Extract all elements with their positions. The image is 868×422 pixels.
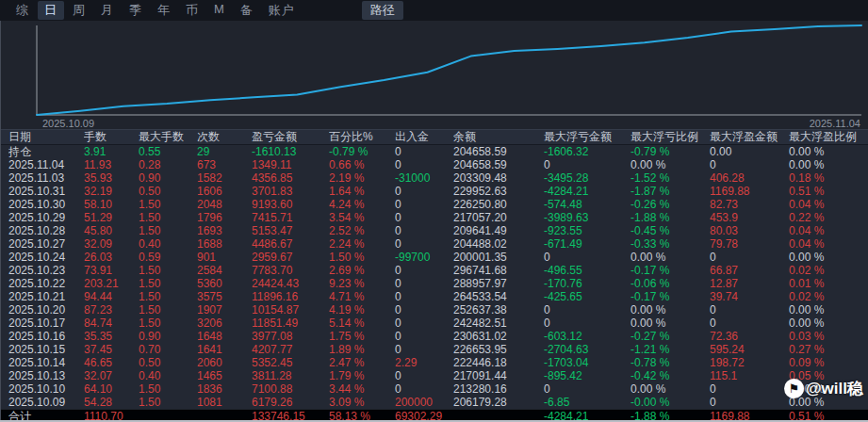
column-header-1[interactable]: 手数 xyxy=(84,130,139,144)
chart-start-date-label: 2025.10.09 xyxy=(42,118,94,129)
menu-item-2[interactable]: 周 xyxy=(66,1,92,20)
column-header-5[interactable]: 百分比% xyxy=(329,130,395,144)
menu-item-6[interactable]: 币 xyxy=(179,1,205,20)
column-header-11[interactable]: 最大浮盈比例 xyxy=(789,130,868,144)
table-row[interactable]: 2025.10.2845.801.5016935153.472.52 %0209… xyxy=(1,224,868,237)
menu-item-9[interactable]: 账户 xyxy=(262,1,302,20)
row18-cell-3: 1836 xyxy=(197,382,252,396)
row9-cell-3: 2584 xyxy=(197,264,252,277)
row6-cell-6: 0 xyxy=(395,224,453,237)
row19-cell-0: 2025.10.09 xyxy=(8,396,84,409)
row6-cell-1: 45.80 xyxy=(84,224,139,237)
row10-cell-8: -170.76 xyxy=(544,277,631,290)
row7-cell-4: 4486.67 xyxy=(252,237,329,251)
row18-cell-6: 0 xyxy=(395,382,453,396)
row1-cell-2: 0.28 xyxy=(139,158,197,171)
row12-cell-2: 1.50 xyxy=(139,303,197,316)
row13-cell-1: 84.74 xyxy=(84,316,139,330)
row9-cell-7: 296741.68 xyxy=(453,264,544,277)
row6-cell-3: 1693 xyxy=(197,224,252,237)
menu-item-8[interactable]: 备 xyxy=(234,1,260,20)
table-row[interactable]: 2025.10.1635.350.9016483977.081.75 %0230… xyxy=(1,330,868,343)
row13-cell-7: 242482.51 xyxy=(453,316,544,330)
row17-cell-1: 32.07 xyxy=(84,369,139,382)
column-header-2[interactable]: 最大手数 xyxy=(139,130,197,144)
table-body: 持仓3.910.5529-1610.13-0.79 %0204658.59-16… xyxy=(1,145,868,409)
row19-cell-9: -0.00 % xyxy=(631,396,710,409)
table-row[interactable]: 2025.10.1064.101.5018367100.883.44 %0213… xyxy=(1,382,868,396)
row8-cell-2: 0.59 xyxy=(139,251,197,264)
row6-cell-11: 0.04 % xyxy=(789,224,868,237)
column-header-7[interactable]: 余额 xyxy=(453,130,544,144)
table-row[interactable]: 2025.10.1537.450.7016414207.771.89 %0226… xyxy=(1,343,868,356)
table-row[interactable]: 2025.10.1332.070.4014653811.281.79 %0217… xyxy=(1,369,868,382)
row18-cell-9: 0.00 % xyxy=(631,382,710,396)
row11-cell-3: 3575 xyxy=(197,290,252,303)
table-row[interactable]: 2025.10.2426.030.599012959.671.50 %-9970… xyxy=(1,251,868,264)
row17-cell-8: -895.42 xyxy=(544,369,631,382)
column-header-10[interactable]: 最大浮盈金额 xyxy=(710,130,789,144)
table-row[interactable]: 2025.10.22203.211.50536024424.439.23 %02… xyxy=(1,277,868,290)
menu-item-4[interactable]: 季 xyxy=(123,1,149,20)
column-header-8[interactable]: 最大浮亏金额 xyxy=(544,130,631,144)
row7-cell-7: 204488.02 xyxy=(453,237,544,251)
column-header-4[interactable]: 盈亏金额 xyxy=(252,130,329,144)
row17-cell-2: 0.40 xyxy=(139,369,197,382)
table-header-row: 日期手数最大手数次数盈亏金额百分比%出入金余额最大浮亏金额最大浮亏比例最大浮盈金… xyxy=(1,129,868,145)
table-row[interactable]: 2025.10.3058.101.5020489193.604.24 %0226… xyxy=(1,198,868,211)
row12-cell-5: 4.19 % xyxy=(329,303,395,316)
row0-cell-11: 0.00 % xyxy=(789,145,868,158)
table-row[interactable]: 2025.11.0335.930.9015824356.852.19 %-310… xyxy=(1,171,868,185)
chart-end-date-label: 2025.11.04 xyxy=(810,118,860,129)
row16-cell-3: 2060 xyxy=(197,356,252,369)
table-row[interactable]: 2025.10.2732.090.4016884486.672.24 %0204… xyxy=(1,237,868,251)
column-header-9[interactable]: 最大浮亏比例 xyxy=(631,130,710,144)
menu-item-0[interactable]: 综 xyxy=(9,1,36,20)
row19-cell-4: 6179.26 xyxy=(252,396,329,409)
path-button[interactable]: 路径 xyxy=(362,1,403,20)
row0-cell-2: 0.55 xyxy=(139,145,197,158)
row7-cell-3: 1688 xyxy=(197,237,252,251)
menu-item-5[interactable]: 年 xyxy=(151,1,177,20)
table-row[interactable]: 2025.10.2373.911.5025847783.702.69 %0296… xyxy=(1,264,868,277)
column-header-6[interactable]: 出入金 xyxy=(395,130,453,144)
menu-item-3[interactable]: 月 xyxy=(94,1,121,20)
equity-line-series xyxy=(37,25,861,115)
row1-cell-1: 11.93 xyxy=(84,158,139,171)
row6-cell-2: 1.50 xyxy=(139,224,197,237)
row2-cell-0: 2025.11.03 xyxy=(8,171,84,185)
row2-cell-1: 35.93 xyxy=(84,171,139,185)
row10-cell-11: 0.01 % xyxy=(789,277,868,290)
row11-cell-7: 264533.54 xyxy=(453,290,544,303)
table-row[interactable]: 2025.10.0954.281.5010816179.263.09 %2000… xyxy=(1,396,868,409)
table-row[interactable]: 2025.11.0411.930.286731349.110.66 %02046… xyxy=(1,158,868,171)
table-row[interactable]: 2025.10.1446.650.5020605352.452.47 %2.29… xyxy=(1,356,868,369)
row2-cell-4: 4356.85 xyxy=(252,171,329,185)
column-header-0[interactable]: 日期 xyxy=(8,130,84,144)
position-row[interactable]: 持仓3.910.5529-1610.13-0.79 %0204658.59-16… xyxy=(1,145,868,158)
row8-cell-9: 0.00 % xyxy=(631,251,710,264)
row17-cell-4: 3811.28 xyxy=(252,369,329,382)
row12-cell-3: 1907 xyxy=(197,303,252,316)
menu-item-7[interactable]: M xyxy=(207,1,232,20)
row10-cell-3: 5360 xyxy=(197,277,252,290)
column-header-3[interactable]: 次数 xyxy=(197,130,252,144)
row17-cell-6: 0 xyxy=(395,369,453,382)
row15-cell-6: 0 xyxy=(395,343,453,356)
row19-cell-2: 1.50 xyxy=(139,396,197,409)
row1-cell-8: 0 xyxy=(544,158,631,171)
row15-cell-0: 2025.10.15 xyxy=(8,343,84,356)
row5-cell-5: 3.54 % xyxy=(329,211,395,224)
table-row[interactable]: 2025.10.2951.291.5017967415.713.54 %0217… xyxy=(1,211,868,224)
table-row[interactable]: 2025.10.3132.190.5016063701.831.64 %0229… xyxy=(1,185,868,198)
row0-cell-4: -1610.13 xyxy=(252,145,329,158)
menu-item-1[interactable]: 日 xyxy=(38,1,64,20)
table-row[interactable]: 2025.10.2194.441.50357511896.164.71 %026… xyxy=(1,290,868,303)
table-row[interactable]: 2025.10.1784.741.50320611851.495.14 %024… xyxy=(1,316,868,330)
row8-cell-6: -99700 xyxy=(395,251,453,264)
row6-cell-7: 209641.49 xyxy=(453,224,544,237)
row3-cell-5: 1.64 % xyxy=(329,185,395,198)
row18-cell-10: 0 xyxy=(710,382,789,396)
row17-cell-3: 1465 xyxy=(197,369,252,382)
table-row[interactable]: 2025.10.2087.231.50190710154.874.19 %025… xyxy=(1,303,868,316)
